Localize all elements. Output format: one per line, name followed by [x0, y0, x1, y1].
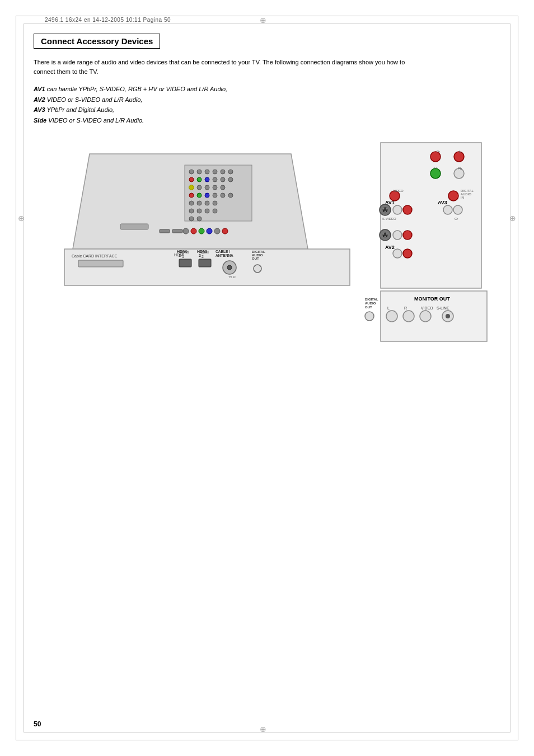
- monitor-video-connector: [420, 311, 431, 322]
- antenna-center: [227, 265, 232, 270]
- av2-svideo-pin3: [385, 236, 386, 237]
- port-dot: [197, 170, 202, 174]
- svideo-pin1: [383, 208, 385, 209]
- card-slot: [78, 260, 123, 267]
- hdmi1-col-num: 1: [179, 253, 181, 257]
- av1-item: AV1 can handle YPbPr, S-VIDEO, RGB + HV …: [34, 84, 500, 95]
- av3-label: AV3: [34, 106, 45, 113]
- intro-paragraph: There is a wide range of audio and video…: [34, 58, 414, 76]
- crosshair-right: ⊕: [507, 213, 518, 224]
- page-number: 50: [34, 720, 41, 728]
- digital-audio-out-label3: OUT: [252, 257, 259, 260]
- hdmi1-col-label: HDMI: [177, 250, 187, 253]
- inner-border-right: [510, 24, 510, 732]
- port-dot: [213, 185, 217, 190]
- hdmi2-col-num: 2: [199, 253, 201, 257]
- av1-audio-r-connector: [403, 205, 412, 214]
- av3-audio-l: [443, 205, 452, 214]
- monitor-video-label: VIDEO: [421, 306, 433, 310]
- av1-video-label: VIDEO: [393, 189, 404, 192]
- port-dot: [221, 170, 225, 174]
- monitor-r-label: R: [404, 306, 407, 310]
- av2-svideo-pin2: [386, 233, 388, 234]
- port-dot: [197, 201, 202, 205]
- monitor-l-label: L: [387, 306, 390, 310]
- connector-bar: [120, 224, 148, 229]
- crosshair-bottom: ⊕: [257, 724, 269, 735]
- port-dot: [205, 170, 209, 174]
- port-dot: [189, 209, 194, 213]
- monitor-sline-label: S-LINE: [437, 306, 449, 310]
- side-label: Side: [34, 117, 46, 124]
- av3-video-connector: [448, 191, 458, 201]
- hdmi1-port: [179, 259, 191, 267]
- monitor-l-connector: [386, 311, 397, 322]
- av2-svideo-pin1: [383, 233, 385, 234]
- av2-desc: VIDEO or S-VIDEO and L/R Audio,: [45, 96, 143, 103]
- port-rect: [160, 229, 170, 233]
- inner-border-left: [24, 24, 24, 732]
- port-dot: [228, 170, 233, 174]
- page-border-left: [16, 16, 16, 740]
- port-circle-red: [191, 228, 196, 234]
- port-dot-green: [197, 177, 202, 182]
- page-border-right: [518, 16, 518, 740]
- side-av-panel: [381, 143, 481, 288]
- side-desc: VIDEO or S-VIDEO and L/R Audio.: [46, 117, 144, 124]
- main-content: Connect Accessory Devices There is a wid…: [34, 34, 500, 350]
- av1-svideo-label: S-VIDEO: [382, 217, 396, 220]
- av1-audio-l-connector: [393, 205, 402, 214]
- av3-y-label: Y: [434, 167, 437, 170]
- port-circle: [183, 228, 189, 234]
- title-box: Connect Accessory Devices: [34, 34, 160, 49]
- av2-audio-l: [393, 231, 402, 240]
- crosshair-top: ⊕: [257, 15, 269, 26]
- port-dot: [189, 201, 194, 205]
- av3-pb-label: Pb: [458, 167, 462, 170]
- port-dot: [205, 185, 209, 190]
- diagram-svg: Cable CARD INTERFACE HDMI HDMI 1 HDMI 2 …: [34, 137, 498, 350]
- svideo-pin2: [386, 208, 388, 209]
- side-item: Side VIDEO or S-VIDEO and L/R Audio.: [34, 115, 500, 126]
- port-rect: [172, 229, 182, 233]
- av1-desc: can handle YPbPr, S-VIDEO, RGB + HV or V…: [45, 86, 228, 92]
- av2-video-r: [403, 249, 412, 258]
- page-title: Connect Accessory Devices: [41, 36, 153, 46]
- av-list: AV1 can handle YPbPr, S-VIDEO, RGB + HV …: [34, 84, 500, 126]
- port-circle-green: [199, 228, 204, 234]
- av3-audio-r: [453, 205, 462, 214]
- port-dot-red: [189, 177, 194, 182]
- hdmi2-col-label: HDMI: [197, 250, 207, 253]
- port-dot: [221, 177, 225, 182]
- port-dot: [189, 217, 194, 221]
- port-dot: [205, 201, 209, 205]
- digital-audio-in-label3: IN: [461, 196, 464, 199]
- svideo-pin3: [385, 210, 386, 212]
- monitor-sline-inner: [446, 314, 450, 318]
- port-dot-blue: [205, 177, 209, 182]
- hdmi2-port: [199, 259, 211, 267]
- hdmi2-num: 2: [202, 255, 204, 259]
- header-text: 2496.1 16x24 en 14-12-2005 10:11 Pagina …: [45, 17, 171, 23]
- port-dot: [197, 209, 202, 213]
- monitor-out-label: MONITOR OUT: [414, 296, 450, 302]
- av2-video-l: [393, 249, 402, 258]
- port-dot: [213, 209, 217, 213]
- port-dot: [213, 170, 217, 174]
- av3-desc: YPbPr and Digital Audio,: [45, 106, 115, 113]
- av3-item: AV3 YPbPr and Digital Audio,: [34, 105, 500, 115]
- hdmi1-num: 1: [182, 255, 184, 259]
- crosshair-left: ⊕: [16, 213, 27, 224]
- port-dot: [189, 170, 194, 174]
- dig-audio-out-label3: OUT: [365, 306, 372, 309]
- av2-label: AV2: [34, 96, 45, 103]
- port-dot: [197, 185, 202, 190]
- port-dot: [213, 201, 217, 205]
- port-dot: [205, 209, 209, 213]
- port-circle: [222, 228, 228, 234]
- monitor-r-connector: [403, 311, 414, 322]
- port-dot: [221, 193, 225, 198]
- av2-audio-r: [403, 231, 412, 240]
- port-grid-area: [185, 165, 252, 221]
- port-dot-yellow: [189, 185, 194, 190]
